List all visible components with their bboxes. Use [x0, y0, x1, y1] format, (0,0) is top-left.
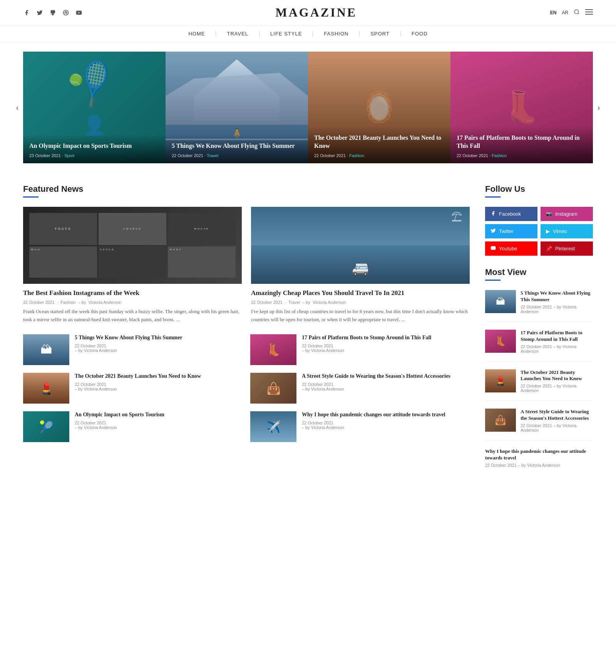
sidebar: Follow Us Facebook 📷 Instagram [485, 184, 593, 483]
slide-2[interactable]: 🧍 5 Things We Know About Flying This Sum… [166, 52, 308, 163]
big-card-2-excerpt: I've kept up this list of cheap countrie… [251, 308, 470, 324]
lang-en[interactable]: EN [550, 10, 557, 15]
big-card-1-date: 22 October 2021 [23, 300, 55, 305]
small-card-4[interactable]: 👜 A Street Style Guide to Wearing the Se… [250, 373, 470, 404]
vimeo-btn[interactable]: ▶ Vimeo [541, 224, 593, 238]
slide-3-title: The October 2021 Beauty Launches You Nee… [314, 134, 444, 150]
vm-label: Vimeo [553, 228, 567, 234]
svg-point-2 [574, 10, 579, 14]
fb-label: Facebook [499, 211, 521, 217]
small-card-3-title: The October 2021 Beauty Launches You Nee… [75, 373, 201, 380]
slide-1[interactable]: 🎾 👤 An Olympic Impact on Sports Tourism … [23, 52, 166, 163]
small-cards-row-1: 🏔 5 Things We Know About Flying This Sum… [23, 334, 470, 365]
nav-fashion[interactable]: FASHION [313, 31, 360, 37]
small-card-3-image: 💄 [23, 373, 69, 404]
ig-icon: 📷 [546, 211, 552, 217]
follow-us-section: Follow Us Facebook 📷 Instagram [485, 184, 593, 256]
slider-track: 🎾 👤 An Olympic Impact on Sports Tourism … [23, 52, 593, 163]
twitter-btn[interactable]: Twitter [485, 224, 537, 238]
facebook-btn[interactable]: Facebook [485, 207, 537, 221]
nav-travel[interactable]: TRAVEL [216, 31, 259, 37]
slider-next[interactable]: › [593, 98, 604, 117]
tw-label: Twitter [499, 228, 514, 234]
menu-icon[interactable] [585, 9, 593, 17]
big-card-1-category: Fashion [60, 300, 75, 305]
nav-lifestyle[interactable]: LIFE STYLE [259, 31, 313, 37]
most-view-list: 🏔 5 Things We Know About Flying This Sum… [485, 290, 593, 475]
featured-underline [23, 196, 38, 198]
mv-item-4[interactable]: 👜 A Street Style Guide to Wearing the Se… [485, 409, 593, 441]
small-card-5-title: An Olympic Impact on Sports Tourism [75, 411, 164, 418]
nav-food[interactable]: FOOD [401, 31, 439, 37]
big-card-2-title: Amazingly Cheap Places You Should Travel… [251, 288, 470, 298]
follow-us-underline [485, 196, 500, 198]
slide-4[interactable]: 👢 17 Pairs of Platform Boots to Stomp Ar… [450, 52, 593, 163]
small-card-6[interactable]: ✈️ Why I hope this pandemic changes our … [250, 411, 470, 442]
fb-icon [490, 211, 496, 217]
small-card-5-image: 🎾 [23, 411, 69, 442]
pt-icon: 📌 [546, 246, 552, 251]
youtube-btn[interactable]: Youtube [485, 241, 537, 256]
top-bar: MAGAZINE EN AR [0, 0, 616, 25]
mv-item-1-title: 5 Things We Know About Flying This Summe… [521, 290, 593, 303]
mv-item-2-info: 17 Pairs of Platform Boots to Stomp Arou… [521, 330, 593, 354]
yt-label: Youtube [499, 246, 517, 251]
most-view-underline [485, 280, 500, 281]
small-card-6-meta: 22 October 2021 – by Victoria Anderson [302, 421, 445, 430]
small-card-5[interactable]: 🎾 An Olympic Impact on Sports Tourism 22… [23, 411, 243, 442]
mv-item-1-info: 5 Things We Know About Flying This Summe… [521, 290, 593, 314]
mv-item-5[interactable]: Why I hope this pandemic changes our att… [485, 448, 593, 475]
small-card-4-image: 👜 [250, 373, 296, 404]
nav-sport[interactable]: SPORT [360, 31, 401, 37]
mv-item-2-title: 17 Pairs of Platform Boots to Stomp Arou… [521, 330, 593, 343]
svg-line-3 [578, 13, 579, 14]
instagram-btn[interactable]: 📷 Instagram [541, 207, 593, 221]
main-nav: HOME TRAVEL LIFE STYLE FASHION SPORT FOO… [0, 25, 616, 42]
mv-item-2[interactable]: 👢 17 Pairs of Platform Boots to Stomp Ar… [485, 330, 593, 362]
mv-item-1[interactable]: 🏔 5 Things We Know About Flying This Sum… [485, 290, 593, 322]
twitter-icon[interactable] [36, 9, 43, 16]
mv-item-4-image: 👜 [485, 409, 516, 432]
lang-ar[interactable]: AR [562, 10, 568, 15]
mv-item-4-info: A Street Style Guide to Wearing the Seas… [521, 409, 593, 432]
mv-item-3-info: The October 2021 Beauty Launches You Nee… [521, 369, 593, 393]
pinterest-btn[interactable]: 📌 Pinterest [541, 241, 593, 256]
slide-2-meta: 22 October 2021 · Travel [172, 153, 302, 158]
big-card-1-meta: 22 October 2021 · Fashion – by Victoria … [23, 300, 242, 305]
youtube-icon[interactable] [75, 9, 82, 16]
slide-1-title: An Olympic Impact on Sports Tourism [29, 142, 159, 150]
mv-item-5-meta: 22 October 2021 – by Victoria Anderson [485, 463, 593, 468]
big-card-1[interactable]: VOGUE CHARGE HOUSE MAG STYLE WANT The Be… [23, 207, 242, 323]
small-card-1[interactable]: 🏔 5 Things We Know About Flying This Sum… [23, 334, 243, 365]
small-card-4-meta: 22 October 2021 – by Victoria Anderson [302, 382, 450, 391]
slide-3[interactable]: 🪞 The October 2021 Beauty Launches You N… [308, 52, 450, 163]
mv-item-2-meta: 22 October 2021 – by Victoria Anderson [521, 344, 593, 354]
small-card-6-image: ✈️ [250, 411, 296, 442]
main-content: Featured News VOGUE CHARGE HOUSE MAG STY… [0, 173, 616, 494]
search-icon[interactable] [574, 9, 580, 17]
yt-icon [490, 245, 496, 252]
big-card-2[interactable]: 🚐 ⛱ Amazingly Cheap Places You Should Tr… [251, 207, 470, 323]
top-right-controls: EN AR [550, 9, 593, 17]
slide-2-title: 5 Things We Know About Flying This Summe… [172, 142, 302, 150]
big-card-1-excerpt: Frank Ocean started off the week this pa… [23, 308, 242, 324]
small-card-2[interactable]: 👢 17 Pairs of Platform Boots to Stomp Ar… [250, 334, 470, 365]
mv-item-3[interactable]: 💄 The October 2021 Beauty Launches You N… [485, 369, 593, 401]
nav-home[interactable]: HOME [177, 31, 216, 37]
slide-3-meta: 22 October 2021 · Fashion [314, 153, 444, 158]
slider-prev[interactable]: ‹ [12, 98, 23, 117]
small-cards-row-3: 🎾 An Olympic Impact on Sports Tourism 22… [23, 411, 470, 442]
featured-section: Featured News VOGUE CHARGE HOUSE MAG STY… [23, 184, 485, 483]
dribbble-icon[interactable] [62, 9, 69, 16]
ig-label: Instagram [555, 211, 578, 217]
mv-item-1-image: 🏔 [485, 290, 516, 313]
small-card-2-image: 👢 [250, 334, 296, 365]
mv-item-4-title: A Street Style Guide to Wearing the Seas… [521, 409, 593, 422]
small-card-3[interactable]: 💄 The October 2021 Beauty Launches You N… [23, 373, 243, 404]
slide-4-meta: 22 October 2021 · Fashion [457, 153, 587, 158]
small-card-1-image: 🏔 [23, 334, 69, 365]
mv-item-1-meta: 22 October 2021 – by Victoria Anderson [521, 305, 593, 314]
facebook-icon[interactable] [23, 9, 30, 16]
big-cards-grid: VOGUE CHARGE HOUSE MAG STYLE WANT The Be… [23, 207, 470, 323]
github-icon[interactable] [49, 9, 56, 16]
